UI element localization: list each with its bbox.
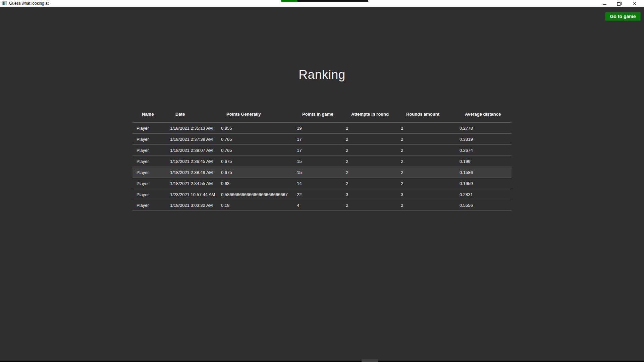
table-cell: Player xyxy=(132,181,166,186)
table-cell: 0.675 xyxy=(217,170,293,175)
table-cell: 2 xyxy=(342,159,397,164)
table-cell: 1/18/2021 2:35:13 AM xyxy=(166,126,217,131)
table-cell: Player xyxy=(132,126,166,131)
table-cell: 15 xyxy=(293,159,342,164)
column-header[interactable]: Name xyxy=(132,109,166,122)
table-cell: 3 xyxy=(397,192,455,197)
table-cell: 0.2674 xyxy=(455,148,512,153)
go-to-game-label: Go to game xyxy=(610,14,636,19)
table-row[interactable]: Player1/23/2021 10:57:44 AM0.58666666666… xyxy=(132,189,512,200)
table-row[interactable]: Player1/18/2021 2:39:07 AM0.76517220.267… xyxy=(132,144,512,156)
table-cell: Player xyxy=(132,203,166,208)
table-cell: 2 xyxy=(342,126,397,131)
column-header[interactable]: Rounds amount xyxy=(397,109,455,122)
table-cell: 17 xyxy=(293,137,342,142)
table-header-row: NameDatePoints GenerallyPoints in gameAt… xyxy=(132,109,512,122)
minimize-icon xyxy=(603,4,606,5)
table-body: Player1/18/2021 2:35:13 AM0.85519220.277… xyxy=(132,122,512,211)
table-cell: 19 xyxy=(293,126,342,131)
table-cell: 2 xyxy=(397,203,455,208)
table-cell: 1/18/2021 2:34:55 AM xyxy=(166,181,217,186)
table-cell: 2 xyxy=(397,159,455,164)
go-to-game-button[interactable]: Go to game xyxy=(605,12,641,21)
table-cell: 0.1959 xyxy=(455,181,512,186)
page-title: Ranking xyxy=(0,68,644,82)
table-cell: 2 xyxy=(342,170,397,175)
table-cell: 0.855 xyxy=(217,126,293,131)
table-cell: 2 xyxy=(342,137,397,142)
window-title: Guess what looking at xyxy=(9,1,49,6)
table-cell: 17 xyxy=(293,148,342,153)
table-cell: 1/18/2021 2:39:07 AM xyxy=(166,148,217,153)
table-cell: 1/23/2021 10:57:44 AM xyxy=(166,192,217,197)
table-row[interactable]: Player1/18/2021 2:37:39 AM0.76517220.331… xyxy=(132,133,512,144)
table-cell: 1/18/2021 3:03:32 AM xyxy=(166,203,217,208)
column-header[interactable]: Attempts in round xyxy=(342,109,397,122)
table-cell: 2 xyxy=(342,203,397,208)
minimize-button[interactable] xyxy=(600,0,609,7)
table-cell: Player xyxy=(132,148,166,153)
table-cell: 1/18/2021 2:37:39 AM xyxy=(166,137,217,142)
column-header[interactable]: Date xyxy=(166,109,217,122)
table-cell: 2 xyxy=(397,170,455,175)
ranking-table: NameDatePoints GenerallyPoints in gameAt… xyxy=(132,109,512,211)
bottom-taskbar-notch xyxy=(362,359,378,362)
table-cell: 0.18 xyxy=(217,203,293,208)
table-cell: 2 xyxy=(397,137,455,142)
table-cell: 2 xyxy=(342,148,397,153)
table-cell: 14 xyxy=(293,181,342,186)
table-cell: 2 xyxy=(397,126,455,131)
table-cell: 0.199 xyxy=(455,159,512,164)
app-icon xyxy=(2,1,7,5)
table-cell: Player xyxy=(132,137,166,142)
table-cell: 0.3319 xyxy=(455,137,512,142)
column-header[interactable]: Points in game xyxy=(293,109,342,122)
table-cell: 0.63 xyxy=(217,181,293,186)
table-cell: Player xyxy=(132,170,166,175)
table-cell: 0.1586 xyxy=(455,170,512,175)
table-cell: 0.765 xyxy=(217,137,293,142)
table-cell: 1/18/2021 2:36:45 AM xyxy=(166,159,217,164)
table-row[interactable]: Player1/18/2021 2:35:13 AM0.85519220.277… xyxy=(132,122,512,133)
table-cell: 4 xyxy=(293,203,342,208)
table-cell: 0.58666666666666666666666667 xyxy=(217,192,293,197)
table-cell: 1/18/2021 2:38:49 AM xyxy=(166,170,217,175)
bottom-taskbar-hint xyxy=(0,361,644,362)
table-cell: 0.765 xyxy=(217,148,293,153)
table-cell: Player xyxy=(132,159,166,164)
table-cell: Player xyxy=(132,192,166,197)
restore-icon xyxy=(617,2,622,6)
column-header[interactable]: Average distance xyxy=(455,109,512,122)
restore-button[interactable] xyxy=(615,0,624,7)
column-header[interactable]: Points Generally xyxy=(217,109,293,122)
table-cell: 22 xyxy=(293,192,342,197)
table-cell: 0.5556 xyxy=(455,203,512,208)
table-row[interactable]: Player1/18/2021 3:03:32 AM0.184220.5556 xyxy=(132,200,512,211)
table-row[interactable]: Player1/18/2021 2:38:49 AM0.67515220.158… xyxy=(132,167,512,178)
table-cell: 15 xyxy=(293,170,342,175)
table-cell: 2 xyxy=(397,181,455,186)
table-cell: 0.2831 xyxy=(455,192,512,197)
table-cell: 2 xyxy=(397,148,455,153)
table-cell: 0.675 xyxy=(217,159,293,164)
table-cell: 2 xyxy=(342,181,397,186)
close-icon: × xyxy=(633,0,636,7)
table-row[interactable]: Player1/18/2021 2:36:45 AM0.67515220.199 xyxy=(132,156,512,167)
close-button[interactable]: × xyxy=(630,0,639,7)
top-taskbar-hint-dark xyxy=(297,0,368,2)
table-row[interactable]: Player1/18/2021 2:34:55 AM0.6314220.1959 xyxy=(132,178,512,189)
table-cell: 3 xyxy=(342,192,397,197)
top-taskbar-hint-green xyxy=(281,0,297,2)
table-cell: 0.2778 xyxy=(455,126,512,131)
